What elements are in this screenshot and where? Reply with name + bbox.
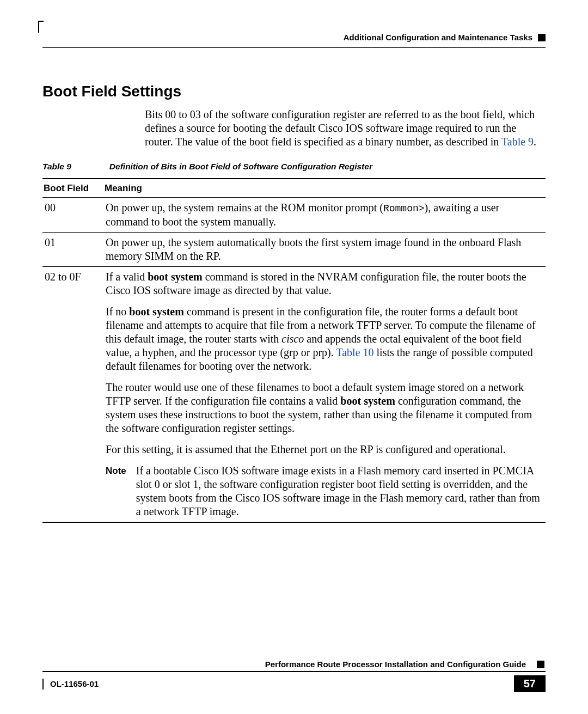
header-section-title: Additional Configuration and Maintenance… — [344, 33, 532, 42]
footer-square-icon — [537, 661, 544, 668]
section-heading: Boot Field Settings — [42, 83, 546, 100]
table-header-row: Boot Field Meaning — [42, 179, 546, 198]
paragraph: If a valid boot system command is stored… — [106, 270, 543, 297]
running-header: Additional Configuration and Maintenance… — [42, 33, 546, 42]
text: If no — [106, 306, 129, 318]
note-label: Note — [106, 464, 126, 518]
boot-field-value: 02 to 0F — [42, 266, 103, 522]
boot-field-value: 00 — [42, 198, 103, 233]
footer-docnum-text: OL-11656-01 — [50, 679, 99, 688]
paragraph: If no boot system command is present in … — [106, 305, 543, 373]
paragraph: The router would use one of these filena… — [106, 381, 543, 435]
intro-text-a: Bits 00 to 03 of the software configurat… — [145, 108, 535, 148]
note-text: If a bootable Cisco IOS software image e… — [136, 464, 543, 518]
boot-field-meaning: On power up, the system remains at the R… — [103, 198, 546, 233]
boot-field-meaning: If a valid boot system command is stored… — [103, 266, 546, 522]
crop-mark — [38, 21, 39, 33]
table-10-xref[interactable]: Table 10 — [336, 346, 373, 358]
table-caption: Table 9Definition of Bits in Boot Field … — [42, 162, 546, 172]
boot-system-kw: boot system — [148, 271, 203, 283]
table-9-xref[interactable]: Table 9 — [501, 136, 534, 148]
note-block: Note If a bootable Cisco IOS software im… — [106, 464, 543, 518]
table-row: 01 On power up, the system automatically… — [42, 232, 546, 266]
text: If a valid — [106, 271, 148, 283]
table-row: 00 On power up, the system remains at th… — [42, 198, 546, 233]
footer-doc-number: OL-11656-01 — [42, 679, 99, 689]
page-number-badge: 57 — [514, 675, 546, 692]
page: Additional Configuration and Maintenance… — [0, 0, 588, 714]
table-caption-text: Definition of Bits in Boot Field of Soft… — [109, 162, 372, 171]
col-boot-field: Boot Field — [42, 179, 103, 198]
header-square-icon — [538, 34, 546, 41]
table-label: Table 9 — [42, 162, 71, 171]
page-footer: Performance Route Processor Installation… — [42, 660, 546, 692]
footer-bar-icon — [42, 679, 44, 689]
paragraph: For this setting, it is assumed that the… — [106, 443, 543, 456]
footer-guide-title: Performance Route Processor Installation… — [42, 660, 546, 672]
footer-guide-text: Performance Route Processor Installation… — [265, 660, 526, 669]
col-meaning: Meaning — [103, 179, 546, 198]
intro-paragraph: Bits 00 to 03 of the software configurat… — [145, 108, 546, 149]
rommon-prompt: Rommon> — [383, 203, 425, 214]
boot-system-kw: boot system — [129, 306, 184, 318]
table-row: 02 to 0F If a valid boot system command … — [42, 266, 546, 522]
boot-system-kw: boot system — [340, 395, 395, 407]
boot-field-value: 01 — [42, 232, 103, 266]
header-rule — [42, 47, 546, 48]
footer-row: OL-11656-01 57 — [42, 675, 546, 692]
text: On power up, the system remains at the R… — [106, 202, 383, 213]
cisco-prefix: cisco — [281, 333, 304, 345]
boot-field-table: Boot Field Meaning 00 On power up, the s… — [42, 178, 546, 523]
intro-text-b: . — [534, 136, 536, 148]
boot-field-meaning: On power up, the system automatically bo… — [103, 232, 546, 266]
